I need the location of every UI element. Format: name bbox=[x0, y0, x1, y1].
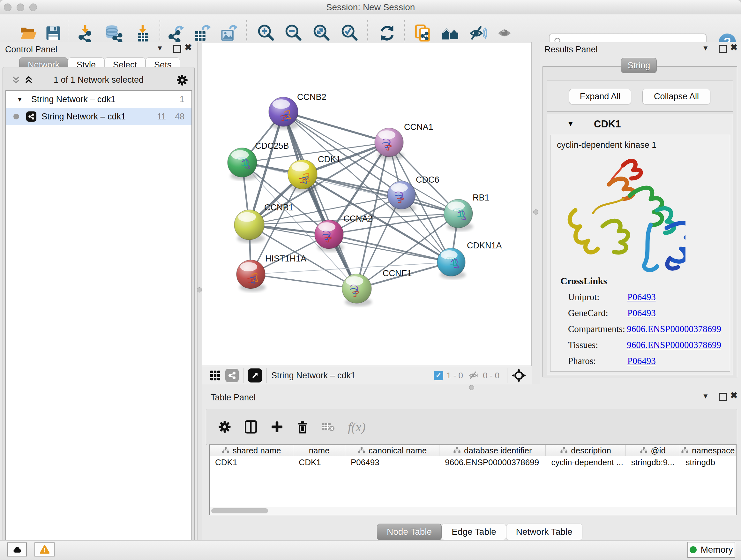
crosslink-link[interactable]: P06493 bbox=[627, 356, 656, 366]
memory-button[interactable]: Memory bbox=[687, 542, 735, 558]
scrollbar-thumb[interactable] bbox=[211, 508, 268, 513]
selected-checkbox-icon[interactable]: ✓ bbox=[434, 371, 443, 380]
import-table-icon[interactable] bbox=[133, 24, 152, 43]
panel-close-icon[interactable]: ✖ bbox=[730, 42, 738, 53]
network-view-icon[interactable] bbox=[225, 369, 239, 382]
houses-icon[interactable] bbox=[441, 24, 460, 43]
import-network-icon[interactable] bbox=[76, 24, 94, 43]
network-node-rb1[interactable]: RB1 bbox=[444, 193, 489, 231]
control-panel-title: Control Panel bbox=[5, 45, 57, 55]
attribute-tree-icon bbox=[358, 447, 365, 454]
string-network-graph[interactable]: CCNB2CCNA1CDC25BCDK1CDC6RB1CCNB1CCNA2CDK… bbox=[202, 43, 531, 366]
table-cell[interactable]: cyclin-dependent ... bbox=[546, 456, 625, 469]
network-edge[interactable] bbox=[283, 112, 389, 142]
refresh-icon[interactable] bbox=[378, 24, 396, 43]
table-h-scrollbar[interactable] bbox=[210, 507, 736, 515]
export-image-icon[interactable] bbox=[219, 24, 238, 43]
zoom-fit-icon[interactable] bbox=[312, 24, 331, 43]
network-edge[interactable] bbox=[329, 234, 451, 262]
table-cell[interactable]: CDK1 bbox=[210, 456, 293, 469]
select-columns-icon[interactable] bbox=[243, 419, 259, 435]
horizontal-splitter[interactable] bbox=[202, 384, 741, 390]
table-gear-icon[interactable] bbox=[218, 420, 232, 434]
gear-icon[interactable] bbox=[176, 74, 189, 86]
tab-string[interactable]: String bbox=[621, 58, 657, 73]
tab-node-table[interactable]: Node Table bbox=[377, 523, 442, 540]
panel-collapse-icon[interactable]: ▼ bbox=[156, 44, 163, 52]
expand-all-button[interactable]: Expand All bbox=[569, 89, 631, 105]
tab-network-table[interactable]: Network Table bbox=[506, 523, 583, 540]
duplicate-network-icon[interactable] bbox=[414, 24, 432, 43]
table-cell[interactable]: P06493 bbox=[345, 456, 440, 469]
crosslink-link[interactable]: 9606.ENSP00000378699 bbox=[627, 324, 721, 334]
collapse-all-button[interactable]: Collapse All bbox=[643, 89, 711, 105]
table-cell[interactable]: 9606.ENSP00000378699 bbox=[440, 456, 546, 469]
gene-description: cyclin-dependent kinase 1 bbox=[557, 140, 657, 150]
panel-divider[interactable] bbox=[532, 42, 541, 384]
network-edge[interactable] bbox=[251, 274, 357, 289]
save-session-icon[interactable] bbox=[44, 24, 63, 43]
panel-close-icon[interactable]: ✖ bbox=[185, 42, 192, 53]
attribute-tree-icon bbox=[560, 447, 568, 454]
panel-close-icon[interactable]: ✖ bbox=[730, 390, 738, 401]
table-row[interactable]: CDK1CDK1P064939606.ENSP00000378699cyclin… bbox=[210, 456, 736, 469]
panel-divider[interactable] bbox=[197, 42, 202, 540]
panel-collapse-icon[interactable]: ▼ bbox=[702, 392, 709, 400]
network-node-cdk1[interactable]: CDK1 bbox=[288, 154, 341, 192]
zoom-selected-icon[interactable] bbox=[340, 24, 359, 43]
node-label: CCNE1 bbox=[383, 268, 412, 278]
crosslink-link[interactable]: 9606.ENSP00000378699 bbox=[627, 340, 721, 350]
import-database-icon[interactable] bbox=[105, 24, 123, 43]
crosslink-link[interactable]: P06493 bbox=[627, 292, 656, 302]
crosslink-label: Uniprot: bbox=[568, 292, 627, 302]
delete-column-icon[interactable] bbox=[295, 420, 310, 434]
column-header-canonical-name[interactable]: canonical name bbox=[345, 445, 440, 456]
export-table-icon[interactable] bbox=[193, 24, 211, 43]
network-collection-row[interactable]: ▼ String Network – cdk1 1 bbox=[6, 91, 192, 108]
column-header-@id[interactable]: @id bbox=[626, 445, 680, 456]
show-all-icon[interactable] bbox=[496, 24, 515, 43]
zoom-out-icon[interactable] bbox=[284, 24, 302, 43]
zoom-in-icon[interactable] bbox=[257, 24, 275, 43]
open-session-icon[interactable] bbox=[19, 24, 38, 43]
tree-expander-icon[interactable]: ▼ bbox=[17, 96, 23, 103]
panel-collapse-icon[interactable]: ▼ bbox=[702, 44, 709, 52]
panel-float-icon[interactable] bbox=[173, 45, 181, 53]
warning-button[interactable] bbox=[35, 543, 55, 557]
network-node-cdkn1a[interactable]: CDKN1A bbox=[437, 241, 502, 279]
section-expander-icon[interactable]: ▼ bbox=[567, 120, 574, 128]
column-header-database-identifier[interactable]: database identifier bbox=[440, 445, 546, 456]
hide-selected-icon[interactable] bbox=[469, 24, 488, 43]
crosslink-link[interactable]: P06493 bbox=[627, 308, 656, 318]
toolbar-separator bbox=[367, 20, 367, 45]
export-network-icon[interactable] bbox=[166, 24, 185, 43]
add-column-icon[interactable] bbox=[270, 420, 284, 434]
panel-float-icon[interactable] bbox=[719, 45, 727, 53]
network-node-count: 11 bbox=[157, 112, 166, 122]
table-cell[interactable]: stringdb bbox=[680, 456, 736, 469]
table-cell[interactable]: stringdb:9... bbox=[626, 456, 680, 469]
table-cell[interactable]: CDK1 bbox=[293, 456, 345, 469]
column-header-name[interactable]: name bbox=[293, 445, 345, 456]
node-table[interactable]: shared namenamecanonical namedatabase id… bbox=[209, 444, 737, 515]
network-edge[interactable] bbox=[251, 262, 451, 274]
divider-handle[interactable] bbox=[533, 209, 538, 214]
network-row[interactable]: String Network – cdk1 11 48 bbox=[6, 108, 192, 125]
network-canvas[interactable]: CCNB2CCNA1CDC25BCDK1CDC6RB1CCNB1CCNA2CDK… bbox=[202, 42, 532, 366]
hidden-eye-icon[interactable] bbox=[469, 370, 480, 381]
cloud-button[interactable] bbox=[7, 543, 27, 557]
network-node-ccna1[interactable]: CCNA1 bbox=[375, 122, 433, 160]
birds-eye-icon[interactable] bbox=[248, 368, 262, 382]
column-header-shared-name[interactable]: shared name bbox=[210, 445, 293, 456]
crosshair-icon[interactable] bbox=[512, 368, 526, 382]
table-panel-title: Table Panel bbox=[211, 393, 256, 402]
tab-edge-table[interactable]: Edge Table bbox=[442, 523, 506, 540]
column-header-namespace[interactable]: namespace bbox=[680, 445, 736, 456]
network-label: String Network – cdk1 bbox=[42, 112, 126, 122]
divider-handle[interactable] bbox=[197, 287, 202, 293]
network-node-ccnb2[interactable]: CCNB2 bbox=[269, 92, 327, 130]
splitter-handle[interactable] bbox=[469, 385, 474, 390]
grid-view-icon[interactable] bbox=[209, 370, 221, 381]
column-header-description[interactable]: description bbox=[546, 445, 625, 456]
panel-float-icon[interactable] bbox=[719, 393, 727, 401]
